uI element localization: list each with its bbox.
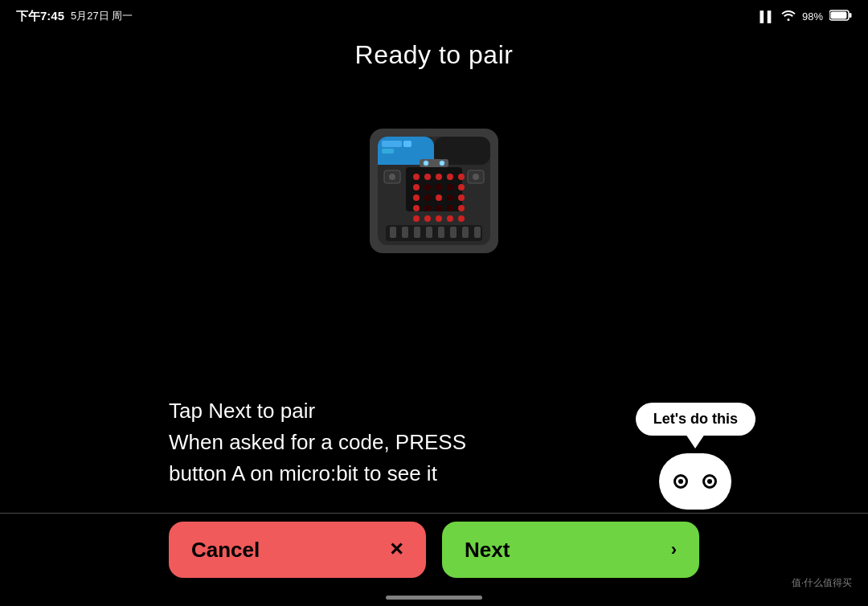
svg-point-24 (447, 194, 453, 201)
status-bar: 下午7:45 5月27日 周一 ▌▌ 98% (0, 0, 868, 32)
battery-icon (829, 10, 852, 23)
divider (0, 513, 868, 514)
microbit-image (370, 129, 498, 253)
home-indicator (386, 596, 482, 600)
svg-point-25 (458, 194, 465, 201)
svg-rect-7 (403, 141, 411, 147)
svg-rect-1 (831, 11, 847, 18)
time-display: 下午7:45 (16, 9, 64, 24)
page-title: Ready to pair (0, 40, 868, 70)
svg-point-26 (413, 205, 420, 211)
watermark: 值·什么值得买 (792, 576, 852, 590)
svg-point-34 (447, 215, 453, 222)
svg-point-11 (413, 174, 420, 180)
robot-mascot-area: Let's do this (636, 403, 755, 510)
svg-point-29 (447, 205, 453, 211)
date-display: 5月27日 周一 (71, 9, 133, 23)
svg-point-27 (424, 205, 431, 211)
instruction-line3: button A on micro:bit to see it (169, 458, 466, 489)
svg-point-35 (458, 215, 465, 222)
svg-rect-45 (438, 227, 444, 238)
robot-eyes (674, 474, 717, 489)
cancel-icon: ✕ (389, 539, 403, 560)
instruction-line1: Tap Next to pair (169, 395, 466, 427)
instructions-text: Tap Next to pair When asked for a code, … (169, 395, 466, 489)
robot-left-eye (674, 474, 688, 489)
svg-point-18 (436, 184, 442, 190)
svg-point-13 (436, 174, 442, 180)
svg-rect-46 (450, 227, 457, 238)
status-time: 下午7:45 5月27日 周一 (16, 9, 133, 24)
svg-rect-43 (414, 227, 420, 238)
cancel-button[interactable]: Cancel ✕ (169, 522, 426, 578)
next-button[interactable]: Next › (442, 522, 699, 578)
svg-point-23 (436, 194, 442, 201)
svg-point-30 (458, 205, 465, 211)
svg-point-37 (389, 174, 395, 180)
svg-point-31 (413, 215, 420, 222)
svg-point-16 (413, 184, 420, 190)
svg-rect-41 (390, 227, 396, 238)
svg-point-22 (424, 194, 431, 201)
svg-point-14 (447, 174, 453, 180)
instruction-line2: When asked for a code, PRESS (169, 427, 466, 458)
battery-percentage: 98% (802, 10, 823, 23)
speech-bubble: Let's do this (636, 403, 755, 436)
svg-point-50 (424, 161, 428, 166)
svg-rect-8 (382, 149, 394, 154)
robot-face (659, 453, 731, 510)
svg-point-33 (436, 215, 442, 222)
svg-rect-47 (462, 227, 469, 238)
svg-point-39 (473, 174, 479, 180)
svg-rect-48 (474, 227, 481, 238)
buttons-row: Cancel ✕ Next › (169, 522, 699, 578)
svg-point-32 (424, 215, 431, 222)
signal-icon: ▌▌ (760, 10, 775, 23)
svg-rect-44 (426, 227, 432, 238)
svg-rect-2 (850, 13, 852, 18)
svg-point-15 (458, 174, 465, 180)
cancel-label: Cancel (191, 538, 260, 563)
svg-point-19 (447, 184, 453, 190)
svg-point-51 (440, 161, 444, 166)
svg-point-17 (424, 184, 431, 190)
svg-point-21 (413, 194, 420, 201)
wifi-icon (781, 10, 796, 23)
next-label: Next (465, 538, 510, 563)
robot-right-eye (702, 474, 717, 489)
svg-rect-6 (382, 141, 402, 147)
svg-point-12 (424, 174, 431, 180)
status-icons: ▌▌ 98% (760, 10, 852, 23)
svg-rect-42 (402, 227, 408, 238)
svg-point-28 (436, 205, 442, 211)
svg-point-20 (458, 184, 465, 190)
next-icon: › (671, 539, 677, 560)
